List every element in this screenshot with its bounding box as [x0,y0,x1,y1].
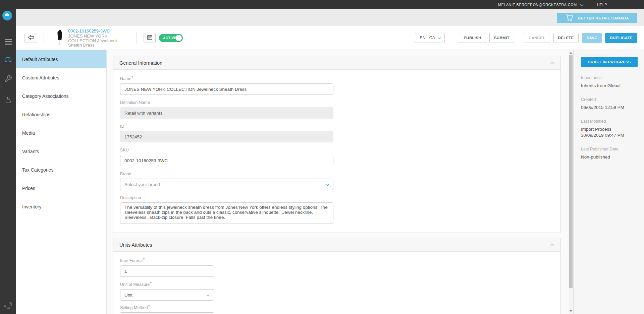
duplicate-button[interactable]: DUPLICATE [605,33,637,43]
sidebar-item-media[interactable]: Media [16,124,106,142]
toggle-knob [175,35,182,41]
back-arrow-icon [28,35,35,41]
import-tray-icon[interactable] [0,93,16,107]
app-logo[interactable] [2,11,12,20]
back-button[interactable] [24,33,37,43]
divider [454,32,454,44]
sidebar-item-custom-attributes[interactable]: Custom Attributes [16,68,106,87]
delete-button[interactable]: DELETE [553,33,579,43]
scrollbar-thumb[interactable] [569,55,573,288]
general-information-header: General Information [113,56,560,70]
help-link[interactable]: HELP [597,3,607,7]
units-attributes-section: Units Attributes Item Format* Unit of Me… [113,238,561,314]
inheritance-label: Inheritance [581,75,637,80]
general-information-body: Name* Definition Name ID SKU Brand [113,70,560,233]
products-book-icon[interactable] [0,53,16,66]
info-panel: DRAFT IN PROGRESS Inheritance Inherits f… [573,50,644,314]
selling-method-input[interactable] [120,312,214,314]
collapse-chevron-icon[interactable] [550,62,554,64]
scrollbar-up-arrow[interactable] [570,52,572,54]
general-information-section: General Information Name* Definition Nam… [113,56,561,233]
id-label: ID [120,124,554,129]
description-textarea[interactable] [120,202,333,224]
required-mark: * [148,304,150,309]
scope-label: BETTER RETAIL CANADA [578,16,629,20]
brand-label: Brand [120,172,554,176]
last-published-value: Non-published [581,154,637,160]
brand-select[interactable]: Select your brand [120,179,333,190]
created-value: 06/05/2015 12:59 PM [581,105,637,111]
inheritance-value: Inherits from Global [581,83,637,89]
active-toggle-label: ACTIVE [163,36,176,40]
selling-method-label: Selling Method* [120,305,554,310]
unit-of-measure-select[interactable]: Unit [120,289,214,301]
description-label: Description [120,195,554,200]
chevron-down-icon [206,293,210,298]
required-mark: * [150,281,152,286]
units-attributes-header: Units Attributes [113,238,560,252]
divider [44,32,44,44]
sidebar-item-tax-categories[interactable]: Tax Categories [16,161,106,179]
save-button[interactable]: SAVE [582,33,602,43]
product-name: JONES NEW YORK COLLECTION Jewelneck Shea… [68,34,126,48]
schedule-button[interactable] [144,33,156,43]
brand-placeholder: Select your brand [124,182,160,187]
status-badge: DRAFT IN PROGRESS [581,57,638,67]
sidebar-item-default-attributes[interactable]: Default Attributes [16,50,106,68]
product-header: 0002-10160259-3WC JONES NEW YORK COLLECT… [16,26,644,50]
section-title: Units Attributes [119,242,152,248]
logo-book-icon [4,12,10,19]
chevron-down-icon [580,2,584,8]
name-input[interactable] [120,83,333,95]
item-format-label: Item Format* [120,258,554,263]
publish-button[interactable]: PUBLISH [459,33,486,43]
calendar-icon [147,34,153,42]
vertical-scrollbar[interactable] [569,50,573,314]
definition-name-input [120,107,333,119]
definition-name-label: Definition Name [120,100,554,105]
header-actions: EN - CA PUBLISH SUBMIT CANCEL DELETE SAV… [415,32,644,44]
scrollbar-down-arrow[interactable] [570,310,572,312]
main-content: General Information Name* Definition Nam… [107,50,569,314]
sidebar-item-inventory[interactable]: Inventory [16,197,106,216]
submit-button[interactable]: SUBMIT [489,33,514,43]
scope-bar: BETTER RETAIL CANADA [16,9,644,26]
left-rail [0,0,16,314]
user-email: MELANIE.BERGERON@ORCKESTRA.COM [498,3,577,7]
sidebar-item-relationships[interactable]: Relationships [16,105,106,124]
scope-selector-button[interactable]: BETTER RETAIL CANADA [557,13,637,23]
last-published-label: Last Published Date [581,147,637,151]
name-label: Name* [120,76,554,81]
unit-of-measure-label: Unit of Measure* [120,282,554,287]
hamburger-menu-icon[interactable] [0,35,16,48]
chevron-down-icon [326,182,329,187]
tools-wrench-icon[interactable] [0,72,16,85]
active-toggle[interactable]: ACTIVE [159,34,183,42]
user-menu[interactable]: MELANIE.BERGERON@ORCKESTRA.COM [498,2,584,8]
product-title-block: 0002-10160259-3WC JONES NEW YORK COLLECT… [68,28,126,48]
required-mark: * [131,75,133,80]
required-mark: * [143,257,145,262]
spinner-icon [3,300,13,310]
sku-label: SKU [120,148,554,152]
app-root: MELANIE.BERGERON@ORCKESTRA.COM HELP BETT… [0,0,644,314]
top-bar: MELANIE.BERGERON@ORCKESTRA.COM HELP [0,0,644,9]
sidebar-item-prices[interactable]: Prices [16,179,106,197]
sidebar-item-category-associations[interactable]: Category Associations [16,87,106,105]
last-modified-date: 30/09/2019 09:47 PM [581,132,637,138]
sku-input[interactable] [120,155,333,166]
language-value: EN - CA [420,36,435,40]
language-select[interactable]: EN - CA [415,33,445,43]
sidebar-item-variants[interactable]: Variants [16,142,106,161]
cancel-button[interactable]: CANCEL [524,33,550,43]
item-format-input[interactable] [120,265,214,277]
units-attributes-body: Item Format* Unit of Measure* Unit Selli… [113,252,560,314]
cart-icon [565,14,574,22]
divider [519,32,519,44]
chevron-down-icon [438,36,441,40]
created-label: Created [581,97,637,102]
last-modified-by: Import Process [581,126,637,132]
product-sku-link[interactable]: 0002-10160259-3WC [68,28,110,34]
collapse-chevron-icon[interactable] [550,244,554,246]
divider [137,32,137,44]
